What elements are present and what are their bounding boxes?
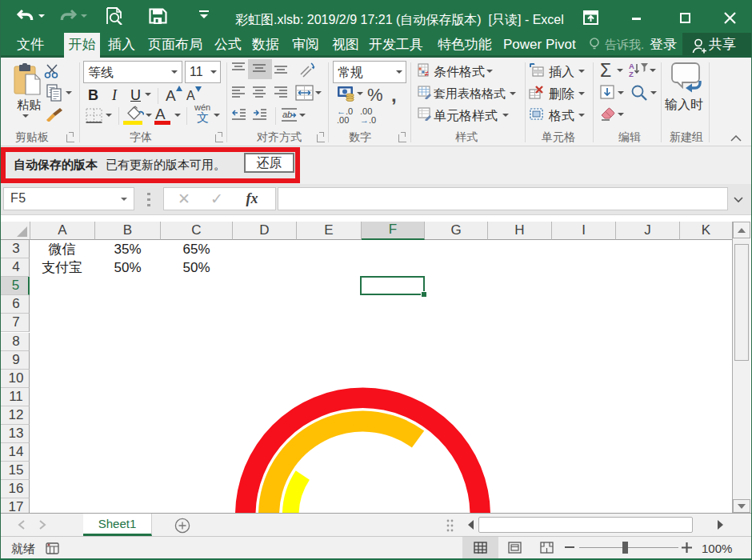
- svg-text:ab: ab: [282, 110, 292, 119]
- svg-text:≠: ≠: [425, 70, 429, 77]
- svg-text:Z: Z: [629, 70, 634, 77]
